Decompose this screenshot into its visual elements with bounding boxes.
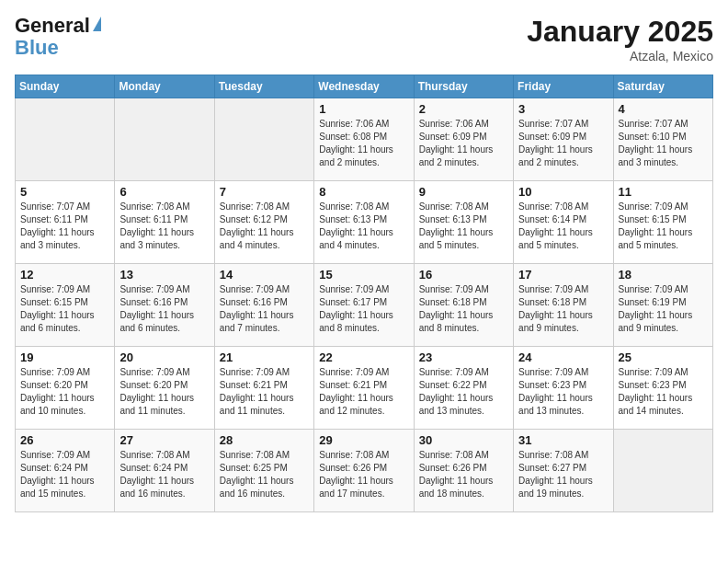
calendar-cell: 17Sunrise: 7:09 AM Sunset: 6:18 PM Dayli… — [514, 264, 613, 347]
day-number: 19 — [20, 350, 109, 364]
day-number: 12 — [20, 268, 109, 282]
calendar-cell: 29Sunrise: 7:08 AM Sunset: 6:26 PM Dayli… — [314, 430, 414, 512]
day-number: 3 — [518, 102, 608, 116]
header-sunday: Sunday — [16, 75, 115, 98]
calendar-week-row: 5Sunrise: 7:07 AM Sunset: 6:11 PM Daylig… — [16, 181, 713, 264]
calendar-title: January 2025 — [527, 15, 713, 49]
calendar-cell: 31Sunrise: 7:08 AM Sunset: 6:27 PM Dayli… — [514, 430, 613, 512]
day-info: Sunrise: 7:09 AM Sunset: 6:21 PM Dayligh… — [220, 366, 309, 418]
calendar-cell: 2Sunrise: 7:06 AM Sunset: 6:09 PM Daylig… — [414, 98, 513, 181]
calendar-cell: 15Sunrise: 7:09 AM Sunset: 6:17 PM Dayli… — [314, 264, 414, 347]
day-number: 29 — [319, 433, 408, 447]
header-thursday: Thursday — [414, 75, 513, 98]
day-number: 24 — [518, 350, 608, 364]
day-info: Sunrise: 7:09 AM Sunset: 6:16 PM Dayligh… — [220, 283, 309, 335]
calendar-cell — [115, 98, 214, 181]
day-number: 17 — [518, 268, 608, 282]
calendar-week-row: 1Sunrise: 7:06 AM Sunset: 6:08 PM Daylig… — [16, 98, 713, 181]
calendar-cell: 21Sunrise: 7:09 AM Sunset: 6:21 PM Dayli… — [214, 347, 313, 430]
day-number: 27 — [119, 433, 209, 447]
calendar-cell: 11Sunrise: 7:09 AM Sunset: 6:15 PM Dayli… — [613, 181, 712, 264]
calendar-cell: 30Sunrise: 7:08 AM Sunset: 6:26 PM Dayli… — [414, 430, 513, 512]
day-number: 31 — [518, 433, 608, 447]
day-number: 23 — [419, 350, 508, 364]
logo-text: General Blue — [15, 14, 101, 59]
day-info: Sunrise: 7:08 AM Sunset: 6:24 PM Dayligh… — [119, 449, 209, 500]
calendar-week-row: 19Sunrise: 7:09 AM Sunset: 6:20 PM Dayli… — [16, 347, 713, 430]
day-info: Sunrise: 7:07 AM Sunset: 6:10 PM Dayligh… — [619, 118, 708, 169]
calendar-cell: 27Sunrise: 7:08 AM Sunset: 6:24 PM Dayli… — [115, 430, 214, 512]
day-info: Sunrise: 7:09 AM Sunset: 6:15 PM Dayligh… — [20, 283, 109, 335]
calendar-cell: 23Sunrise: 7:09 AM Sunset: 6:22 PM Dayli… — [414, 347, 513, 430]
calendar-week-row: 26Sunrise: 7:09 AM Sunset: 6:24 PM Dayli… — [16, 430, 713, 512]
header-saturday: Saturday — [613, 75, 712, 98]
calendar-cell: 22Sunrise: 7:09 AM Sunset: 6:21 PM Dayli… — [314, 347, 414, 430]
day-number: 13 — [119, 268, 209, 282]
calendar-cell: 28Sunrise: 7:08 AM Sunset: 6:25 PM Dayli… — [214, 430, 313, 512]
day-number: 14 — [220, 268, 309, 282]
header-friday: Friday — [514, 75, 613, 98]
day-info: Sunrise: 7:09 AM Sunset: 6:24 PM Dayligh… — [20, 449, 109, 500]
day-info: Sunrise: 7:09 AM Sunset: 6:18 PM Dayligh… — [419, 283, 508, 335]
day-info: Sunrise: 7:08 AM Sunset: 6:14 PM Dayligh… — [518, 201, 608, 252]
calendar-cell: 7Sunrise: 7:08 AM Sunset: 6:12 PM Daylig… — [214, 181, 313, 264]
calendar-cell: 26Sunrise: 7:09 AM Sunset: 6:24 PM Dayli… — [16, 430, 115, 512]
day-info: Sunrise: 7:08 AM Sunset: 6:25 PM Dayligh… — [220, 449, 309, 500]
day-info: Sunrise: 7:06 AM Sunset: 6:09 PM Dayligh… — [419, 118, 508, 169]
day-number: 28 — [220, 433, 309, 447]
calendar-cell: 24Sunrise: 7:09 AM Sunset: 6:23 PM Dayli… — [514, 347, 613, 430]
day-info: Sunrise: 7:06 AM Sunset: 6:08 PM Dayligh… — [319, 118, 408, 169]
day-info: Sunrise: 7:09 AM Sunset: 6:21 PM Dayligh… — [319, 366, 408, 418]
day-number: 20 — [119, 350, 209, 364]
day-number: 30 — [419, 433, 508, 447]
calendar-cell: 16Sunrise: 7:09 AM Sunset: 6:18 PM Dayli… — [414, 264, 513, 347]
calendar-table: Sunday Monday Tuesday Wednesday Thursday… — [15, 75, 713, 512]
day-info: Sunrise: 7:09 AM Sunset: 6:23 PM Dayligh… — [619, 366, 708, 418]
day-info: Sunrise: 7:08 AM Sunset: 6:13 PM Dayligh… — [319, 201, 408, 252]
calendar-cell: 1Sunrise: 7:06 AM Sunset: 6:08 PM Daylig… — [314, 98, 414, 181]
day-number: 26 — [20, 433, 109, 447]
calendar-cell: 9Sunrise: 7:08 AM Sunset: 6:13 PM Daylig… — [414, 181, 513, 264]
calendar-cell: 12Sunrise: 7:09 AM Sunset: 6:15 PM Dayli… — [16, 264, 115, 347]
calendar-subtitle: Atzala, Mexico — [527, 49, 713, 63]
day-info: Sunrise: 7:09 AM Sunset: 6:23 PM Dayligh… — [518, 366, 608, 418]
day-info: Sunrise: 7:09 AM Sunset: 6:19 PM Dayligh… — [619, 283, 708, 335]
header-wednesday: Wednesday — [314, 75, 414, 98]
day-info: Sunrise: 7:08 AM Sunset: 6:27 PM Dayligh… — [518, 449, 608, 500]
calendar-cell: 6Sunrise: 7:08 AM Sunset: 6:11 PM Daylig… — [115, 181, 214, 264]
title-block: January 2025 Atzala, Mexico — [527, 15, 713, 63]
calendar-cell — [613, 430, 712, 512]
day-number: 16 — [419, 268, 508, 282]
calendar-header-row: Sunday Monday Tuesday Wednesday Thursday… — [16, 75, 713, 98]
day-number: 5 — [20, 185, 109, 199]
header-monday: Monday — [115, 75, 214, 98]
calendar-cell: 18Sunrise: 7:09 AM Sunset: 6:19 PM Dayli… — [613, 264, 712, 347]
day-number: 22 — [319, 350, 408, 364]
calendar-week-row: 12Sunrise: 7:09 AM Sunset: 6:15 PM Dayli… — [16, 264, 713, 347]
day-info: Sunrise: 7:08 AM Sunset: 6:12 PM Dayligh… — [220, 201, 309, 252]
day-number: 9 — [419, 185, 508, 199]
calendar-cell — [214, 98, 313, 181]
day-number: 8 — [319, 185, 408, 199]
calendar-cell: 5Sunrise: 7:07 AM Sunset: 6:11 PM Daylig… — [16, 181, 115, 264]
calendar-cell: 4Sunrise: 7:07 AM Sunset: 6:10 PM Daylig… — [613, 98, 712, 181]
calendar-cell: 14Sunrise: 7:09 AM Sunset: 6:16 PM Dayli… — [214, 264, 313, 347]
day-info: Sunrise: 7:09 AM Sunset: 6:17 PM Dayligh… — [319, 283, 408, 335]
day-info: Sunrise: 7:07 AM Sunset: 6:11 PM Dayligh… — [20, 201, 109, 252]
day-number: 18 — [619, 268, 708, 282]
day-number: 25 — [619, 350, 708, 364]
day-number: 11 — [619, 185, 708, 199]
day-number: 15 — [319, 268, 408, 282]
calendar-cell: 13Sunrise: 7:09 AM Sunset: 6:16 PM Dayli… — [115, 264, 214, 347]
calendar-cell: 20Sunrise: 7:09 AM Sunset: 6:20 PM Dayli… — [115, 347, 214, 430]
day-number: 6 — [119, 185, 209, 199]
day-info: Sunrise: 7:08 AM Sunset: 6:13 PM Dayligh… — [419, 201, 508, 252]
day-info: Sunrise: 7:09 AM Sunset: 6:18 PM Dayligh… — [518, 283, 608, 335]
calendar-cell: 10Sunrise: 7:08 AM Sunset: 6:14 PM Dayli… — [514, 181, 613, 264]
day-number: 2 — [419, 102, 508, 116]
day-number: 1 — [319, 102, 408, 116]
calendar-cell: 8Sunrise: 7:08 AM Sunset: 6:13 PM Daylig… — [314, 181, 414, 264]
day-number: 21 — [220, 350, 309, 364]
calendar-cell — [16, 98, 115, 181]
day-info: Sunrise: 7:08 AM Sunset: 6:11 PM Dayligh… — [119, 201, 209, 252]
